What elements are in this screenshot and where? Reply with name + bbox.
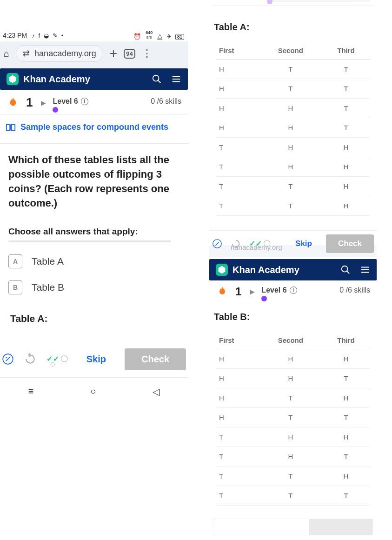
brand-text: Khan Academy xyxy=(23,74,90,85)
svg-line-1 xyxy=(158,80,161,83)
choose-label: Choose all answers that apply: xyxy=(8,227,179,237)
info-icon[interactable]: i xyxy=(290,287,297,294)
status-right-icons: ⏰ 640 B/S ⧋ ✈ 81 xyxy=(133,30,185,40)
streak-count: 1 xyxy=(235,285,241,298)
col-third: Third xyxy=(322,42,370,60)
battery-icon: 81 xyxy=(175,34,184,40)
tab-count[interactable]: 94 xyxy=(124,49,135,59)
streak-flame-icon xyxy=(7,96,20,109)
table-row: HTT xyxy=(216,60,370,79)
play-icon[interactable]: ▶ xyxy=(250,288,255,295)
question-prompt: Which of these tables lists all the poss… xyxy=(8,153,179,210)
table-a: First Second Third HTTHTTHHTHHTTHHTHHTTH… xyxy=(216,42,370,216)
option-text: Table A xyxy=(32,256,64,267)
khan-logo-icon[interactable] xyxy=(216,264,228,276)
table-row: THH xyxy=(216,427,370,447)
level-label: Level 6 i xyxy=(53,97,88,106)
airplane-icon: ✈ xyxy=(166,33,172,40)
clock: 4:23 PM xyxy=(3,32,27,39)
mastery-bar: 1 ▶ Level 6 i 0 /6 skills xyxy=(209,280,377,303)
table-row: TTH xyxy=(216,177,370,196)
table-row: THT xyxy=(216,447,370,467)
table-row: HHH xyxy=(216,349,370,369)
browser-address-bar: ⌂ ⇄ hanacademy.org + 94 ⋮ xyxy=(0,41,188,68)
table-row: HHT xyxy=(216,99,370,118)
home-icon[interactable]: ⌂ xyxy=(4,48,9,59)
lesson-link[interactable]: Sample spaces for compound events xyxy=(0,115,188,144)
ghost-url: nanacademy.org xyxy=(231,243,282,251)
skip-button[interactable]: Skip xyxy=(86,354,106,365)
streak-count: 1 xyxy=(26,95,33,110)
option-text: Table B xyxy=(32,282,64,293)
col-second: Second xyxy=(259,42,322,60)
col-third: Third xyxy=(322,332,370,349)
table-row: TTT xyxy=(216,486,370,506)
new-tab-icon[interactable]: + xyxy=(110,46,117,61)
net-speed: 640 xyxy=(146,30,153,35)
play-icon[interactable]: ▶ xyxy=(41,99,46,107)
streak-flame-icon xyxy=(216,285,229,298)
mastery-bar: 1 ▶ Level 6 i 0 /6 skills xyxy=(0,90,188,115)
search-icon[interactable] xyxy=(152,74,162,84)
khan-header: Khan Academy xyxy=(0,68,188,90)
table-b: First Second Third HHHHHTHTHHTTTHHTHTTTH… xyxy=(216,332,370,506)
facebook-icon: f xyxy=(39,32,40,39)
table-row: HTT xyxy=(216,79,370,99)
pen-icon[interactable] xyxy=(2,353,14,365)
pen-icon[interactable] xyxy=(212,239,222,249)
exercise-controls-mid: ✓✓〇 nanacademy.org Skip Check xyxy=(209,230,377,257)
option-letter: B xyxy=(8,280,22,294)
answer-option-b[interactable]: B Table B xyxy=(8,280,179,294)
svg-point-4 xyxy=(342,266,348,272)
site-settings-icon[interactable]: ⇄ xyxy=(23,48,30,59)
table-row: THH xyxy=(216,157,370,177)
recents-icon[interactable]: ≡ xyxy=(28,386,34,397)
retry-icon[interactable] xyxy=(24,353,36,365)
home-nav-icon[interactable]: ○ xyxy=(90,386,96,397)
col-second: Second xyxy=(259,332,322,349)
url-pill[interactable]: ⇄ hanacademy.org xyxy=(16,45,103,62)
check-button[interactable]: Check xyxy=(125,348,186,370)
table-a-heading-left: Table A: xyxy=(10,313,179,324)
browser-menu-icon[interactable]: ⋮ xyxy=(142,47,152,60)
divider xyxy=(8,240,171,242)
check-button[interactable]: Check xyxy=(326,234,374,253)
book-icon xyxy=(6,123,16,132)
level-label: Level 6 i xyxy=(261,286,297,294)
info-icon[interactable]: i xyxy=(81,98,88,105)
wifi-icon: ⧋ xyxy=(157,33,163,40)
option-letter: A xyxy=(8,254,22,268)
brand-text: Khan Academy xyxy=(233,265,299,275)
skills-progress: 0 /6 skills xyxy=(339,286,370,294)
android-navbar: ≡ ○ ◁ xyxy=(0,378,188,406)
cloud-icon: ✎ xyxy=(53,32,58,39)
skills-progress: 0 /6 skills xyxy=(151,97,181,106)
progress-bar xyxy=(267,0,370,2)
svg-line-5 xyxy=(347,271,350,274)
col-first: First xyxy=(216,42,259,60)
skip-button[interactable]: Skip xyxy=(295,239,312,248)
messenger-icon: ◒ xyxy=(44,32,49,39)
url-text: hanacademy.org xyxy=(34,49,96,59)
table-row: HTT xyxy=(216,408,370,427)
table-a-heading: Table A: xyxy=(209,22,377,33)
exercise-controls: ✓✓〇〇 Skip Check xyxy=(0,345,188,378)
table-row: HHT xyxy=(216,369,370,388)
progress-ticks-icon: ✓✓〇〇 xyxy=(47,354,68,364)
table-row: HHT xyxy=(216,118,370,138)
svg-point-0 xyxy=(153,75,159,81)
hamburger-icon[interactable] xyxy=(360,265,370,275)
answer-option-a[interactable]: A Table A xyxy=(8,254,179,268)
back-icon[interactable]: ◁ xyxy=(153,386,159,397)
khan-header: Khan Academy xyxy=(209,259,377,280)
status-left-icons: ♪ f ◒ ✎ • xyxy=(31,32,133,39)
net-unit: B/S xyxy=(146,36,152,39)
hamburger-icon[interactable] xyxy=(171,74,181,84)
table-row: THH xyxy=(216,138,370,157)
khan-logo-icon[interactable] xyxy=(7,73,19,85)
tiktok-icon: ♪ xyxy=(32,32,35,39)
table-b-heading: Table B: xyxy=(209,312,377,322)
bottom-placeholder xyxy=(213,519,373,535)
table-row: TTH xyxy=(216,196,370,216)
search-icon[interactable] xyxy=(340,265,351,275)
